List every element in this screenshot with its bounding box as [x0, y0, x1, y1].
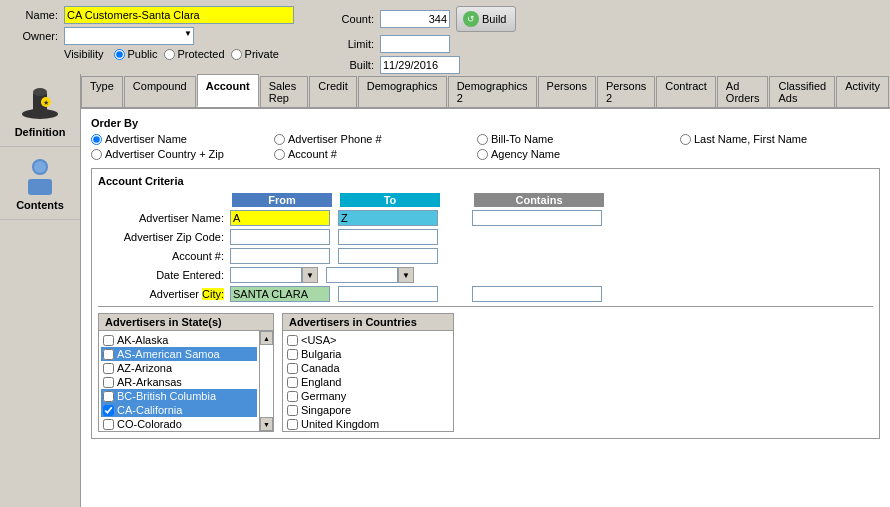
states-scroll-down[interactable]: ▼	[260, 417, 273, 431]
tab-account[interactable]: Account	[197, 74, 259, 107]
visibility-private-radio[interactable]	[231, 49, 242, 60]
sidebar-item-contents[interactable]: Contents	[0, 147, 80, 220]
account-num-to[interactable]	[338, 248, 438, 264]
order-adv-name-radio[interactable]	[91, 134, 102, 145]
date-to-btn[interactable]: ▼	[398, 267, 414, 283]
count-input[interactable]	[380, 10, 450, 28]
tab-ad-orders[interactable]: Ad Orders	[717, 76, 769, 107]
count-label: Count:	[334, 13, 374, 25]
adv-name-from[interactable]	[230, 210, 330, 226]
order-last-name-radio[interactable]	[680, 134, 691, 145]
zip-to[interactable]	[338, 229, 438, 245]
state-as-checkbox[interactable]	[103, 349, 114, 360]
state-co-checkbox[interactable]	[103, 419, 114, 430]
zip-from[interactable]	[230, 229, 330, 245]
built-input[interactable]	[380, 56, 460, 74]
order-adv-name[interactable]: Advertiser Name	[91, 133, 271, 145]
visibility-public-label[interactable]: Public	[114, 48, 158, 60]
country-bulgaria-checkbox[interactable]	[287, 349, 298, 360]
build-icon: ↺	[463, 11, 479, 27]
order-adv-phone-radio[interactable]	[274, 134, 285, 145]
order-adv-phone[interactable]: Advertiser Phone #	[274, 133, 474, 145]
state-item-bc[interactable]: BC-British Columbia	[101, 389, 257, 403]
tab-sales-rep[interactable]: Sales Rep	[260, 76, 309, 107]
tab-contract[interactable]: Contract	[656, 76, 716, 107]
order-by-options: Advertiser Name Advertiser Phone # Bill-…	[91, 133, 880, 160]
date-from-btn[interactable]: ▼	[302, 267, 318, 283]
country-usa-checkbox[interactable]	[287, 335, 298, 346]
state-ak-checkbox[interactable]	[103, 335, 114, 346]
visibility-label: Visibility	[64, 48, 104, 60]
visibility-protected-label[interactable]: Protected	[164, 48, 225, 60]
state-co-label: CO-Colorado	[117, 418, 182, 430]
country-canada-checkbox[interactable]	[287, 363, 298, 374]
country-england-checkbox[interactable]	[287, 377, 298, 388]
states-scroll-up[interactable]: ▲	[260, 331, 273, 345]
state-ca-checkbox[interactable]	[103, 405, 114, 416]
date-to-input[interactable]	[326, 267, 398, 283]
owner-select[interactable]	[64, 27, 194, 45]
states-list-content: AK-Alaska AS-American Samoa AZ-Arizona	[99, 331, 273, 431]
visibility-private-label[interactable]: Private	[231, 48, 279, 60]
country-uk-checkbox[interactable]	[287, 419, 298, 430]
limit-input[interactable]	[380, 35, 450, 53]
state-item-az[interactable]: AZ-Arizona	[101, 361, 257, 375]
build-button[interactable]: ↺ Build	[456, 6, 516, 32]
built-label: Built:	[334, 59, 374, 71]
country-item-england[interactable]: England	[285, 375, 451, 389]
state-item-ca[interactable]: CA-California	[101, 403, 257, 417]
adv-name-to[interactable]	[338, 210, 438, 226]
limit-row: Limit:	[334, 35, 516, 53]
visibility-private-text: Private	[245, 48, 279, 60]
tab-type[interactable]: Type	[81, 76, 123, 107]
state-item-ak[interactable]: AK-Alaska	[101, 333, 257, 347]
right-fields: Count: ↺ Build Limit: Built:	[334, 6, 516, 74]
visibility-public-radio[interactable]	[114, 49, 125, 60]
order-adv-country-radio[interactable]	[91, 149, 102, 160]
order-last-name[interactable]: Last Name, First Name	[680, 133, 880, 145]
country-singapore-checkbox[interactable]	[287, 405, 298, 416]
country-item-canada[interactable]: Canada	[285, 361, 451, 375]
city-to-input[interactable]	[338, 286, 438, 302]
states-scroll-track	[260, 345, 273, 417]
tab-credit[interactable]: Credit	[309, 76, 356, 107]
tab-persons2[interactable]: Persons 2	[597, 76, 655, 107]
order-agency-name[interactable]: Agency Name	[477, 148, 677, 160]
state-item-as[interactable]: AS-American Samoa	[101, 347, 257, 361]
country-item-bulgaria[interactable]: Bulgaria	[285, 347, 451, 361]
sidebar-item-definition[interactable]: ★ Definition	[0, 74, 80, 147]
order-bill-to[interactable]: Bill-To Name	[477, 133, 677, 145]
order-account-num-radio[interactable]	[274, 149, 285, 160]
state-ar-label: AR-Arkansas	[117, 376, 182, 388]
country-item-singapore[interactable]: Singapore	[285, 403, 451, 417]
city-from-input[interactable]	[230, 286, 330, 302]
account-num-from[interactable]	[230, 248, 330, 264]
adv-name-contains[interactable]	[472, 210, 602, 226]
name-input[interactable]	[64, 6, 294, 24]
tab-demographics2[interactable]: Demographics 2	[448, 76, 537, 107]
tab-classified-ads[interactable]: Classified Ads	[769, 76, 835, 107]
state-item-co[interactable]: CO-Colorado	[101, 417, 257, 431]
countries-list-box: Advertisers in Countries <USA>	[282, 313, 454, 432]
tab-activity[interactable]: Activity	[836, 76, 889, 107]
country-germany-checkbox[interactable]	[287, 391, 298, 402]
country-item-germany[interactable]: Germany	[285, 389, 451, 403]
country-item-uk[interactable]: United Kingdom	[285, 417, 451, 431]
country-item-usa[interactable]: <USA>	[285, 333, 451, 347]
order-agency-name-radio[interactable]	[477, 149, 488, 160]
visibility-protected-radio[interactable]	[164, 49, 175, 60]
state-ar-checkbox[interactable]	[103, 377, 114, 388]
state-az-checkbox[interactable]	[103, 363, 114, 374]
order-adv-country[interactable]: Advertiser Country + Zip	[91, 148, 271, 160]
date-from-input[interactable]	[230, 267, 302, 283]
city-contains-input[interactable]	[472, 286, 602, 302]
tab-demographics[interactable]: Demographics	[358, 76, 447, 107]
order-account-num[interactable]: Account #	[274, 148, 474, 160]
states-list-box: Advertisers in State(s) AK-Alaska	[98, 313, 274, 432]
tab-compound[interactable]: Compound	[124, 76, 196, 107]
state-item-ar[interactable]: AR-Arkansas	[101, 375, 257, 389]
order-bill-to-radio[interactable]	[477, 134, 488, 145]
state-bc-checkbox[interactable]	[103, 391, 114, 402]
svg-text:★: ★	[43, 99, 49, 106]
tab-persons[interactable]: Persons	[538, 76, 596, 107]
